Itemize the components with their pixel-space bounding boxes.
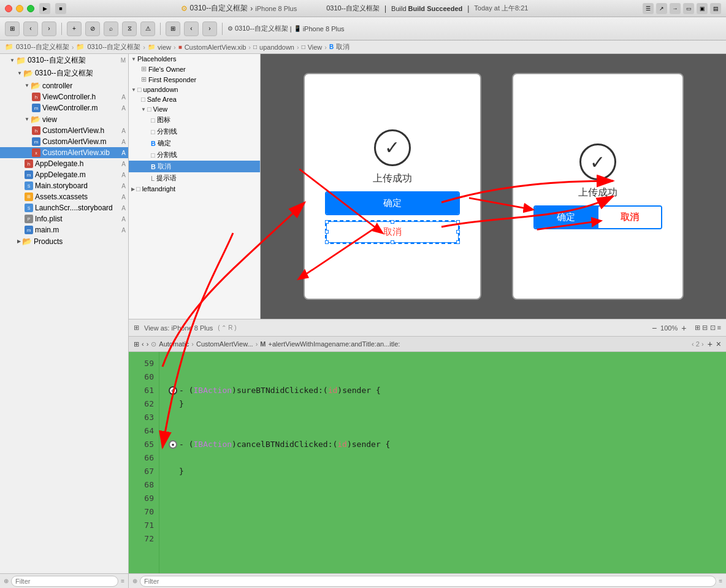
m-file-icon: m	[32, 137, 40, 146]
sidebar-item-controller[interactable]: ▼ 📂 controller	[0, 80, 128, 91]
filter-options-icon[interactable]: ≡	[121, 578, 124, 584]
ib-item-filesowner[interactable]: ⊞ File's Owner	[129, 64, 260, 74]
ib-item-placeholders[interactable]: ▼ Placeholders	[129, 54, 260, 64]
folder-icon: 📂	[22, 237, 32, 246]
automatic-label: Automatic	[159, 340, 189, 348]
canvas-bottom-bar: ⊞ View as: iPhone 8 Plus ( ⌃ R ) − 100% …	[129, 319, 726, 336]
ib-item-divider1[interactable]: □ 分割线	[129, 126, 260, 137]
sidebar-item-customalert-xib[interactable]: x CustomAlertView.xib A	[0, 147, 128, 158]
breadcrumb-item-1[interactable]: 0310--自定义框架	[16, 42, 69, 52]
minus-zoom-btn[interactable]: −	[652, 323, 657, 333]
cancel-btn-2[interactable]: 取消	[597, 207, 661, 228]
sidebar-item-assets[interactable]: ⊞ Assets.xcassets A	[0, 191, 128, 202]
h-file-icon: h	[25, 159, 33, 168]
sidebar-item-main-storyboard[interactable]: S Main.storyboard A	[0, 180, 128, 191]
editor-filter-input[interactable]	[140, 576, 716, 587]
sidebar-label: AppDelegate.h	[35, 159, 83, 168]
find-btn[interactable]: ⌕	[104, 21, 118, 36]
sidebar-item-info-plist[interactable]: P Info.plist A	[0, 213, 128, 224]
ib-item-cancel-btn[interactable]: B 取消	[129, 161, 260, 172]
titlebar-icons: ☰ ↗ → ▭ ▣ ▤	[643, 3, 721, 14]
breadcrumb-item-2[interactable]: 0310--自定义框架	[87, 42, 140, 52]
layout-grid-btn[interactable]: ⊞	[166, 21, 180, 36]
fullscreen-button[interactable]	[27, 5, 34, 12]
stop-button[interactable]: ■	[55, 3, 66, 14]
sidebar-item-launchscreen[interactable]: S LaunchScr....storyboard A	[0, 202, 128, 213]
gutter-65[interactable]: ●	[167, 440, 179, 449]
back-btn-editor[interactable]: ‹	[142, 340, 144, 348]
code-line-72	[167, 532, 719, 546]
assets-icon: ⊞	[25, 193, 33, 201]
ib-item-divider2[interactable]: □ 分割线	[129, 149, 260, 161]
sidebar-filter-input[interactable]	[11, 576, 118, 587]
badge: A	[121, 150, 126, 156]
breadcrumb-item-4[interactable]: CustomAlertView.xib	[185, 44, 246, 51]
sep2: ›	[256, 340, 258, 348]
sidebar-item-customalert-h[interactable]: h CustomAlertView.h A	[0, 125, 128, 136]
sidebar-item-main-m[interactable]: m main.m A	[0, 224, 128, 235]
grid-icon-area: ⊞	[134, 324, 139, 332]
bookmark-btn[interactable]: ⊘	[85, 21, 100, 36]
goto-icon[interactable]: →	[670, 3, 681, 14]
layout-icon[interactable]: ▭	[683, 3, 694, 14]
add-breakpoint-icon[interactable]: +	[169, 386, 177, 395]
ib-label: 取消	[158, 162, 171, 171]
breadcrumb-item-3[interactable]: view	[158, 44, 171, 51]
add-btn-editor[interactable]: +	[708, 339, 713, 349]
sidebar-item-view[interactable]: ▼ 📂 view	[0, 113, 128, 125]
warn-btn[interactable]: ⚠	[140, 21, 155, 36]
close-btn-editor[interactable]: ×	[716, 339, 721, 349]
code-text-68	[179, 478, 184, 492]
layout3-icon[interactable]: ▤	[710, 3, 721, 14]
ib-item-firstresponder[interactable]: ⊞ First Responder	[129, 74, 260, 85]
zoom-level: 100%	[660, 324, 678, 332]
layout2-icon[interactable]: ▣	[697, 3, 708, 14]
toolbar-back2[interactable]: ‹	[184, 21, 199, 36]
breadcrumb-item-6[interactable]: View	[308, 44, 323, 51]
ib-item-upanddown[interactable]: ▼ □ upanddown	[129, 85, 260, 94]
breadcrumb-item-5[interactable]: upanddown	[259, 44, 294, 51]
sidebar-label: Assets.xcassets	[35, 193, 88, 201]
confirm-button[interactable]: 确定 确定	[326, 193, 459, 214]
ib-item-view[interactable]: ▼ □ View	[129, 104, 260, 114]
add-btn[interactable]: +	[67, 21, 82, 36]
ib-item-icon[interactable]: □ 图标	[129, 114, 260, 126]
breakpoint-icon[interactable]: ●	[169, 440, 177, 449]
filter-icon-2: ⊕	[132, 578, 137, 584]
minimize-button[interactable]	[16, 5, 23, 12]
ib-item-safearea[interactable]: □ Safe Area	[129, 94, 260, 104]
fwd-btn-editor[interactable]: ›	[147, 340, 149, 348]
confirm-btn-2[interactable]: 确定	[535, 207, 597, 228]
sidebar-item-root[interactable]: ▼ 📁 0310--自定义框架 M	[0, 54, 128, 67]
line-num-66: 66	[129, 451, 154, 465]
sidebar-item-appdelegate-m[interactable]: m AppDelegate.m A	[0, 169, 128, 180]
grid-btn[interactable]: ⊞	[5, 21, 20, 36]
breadcrumb-item-7[interactable]: 取消	[336, 42, 350, 52]
run-button[interactable]: ▶	[39, 3, 50, 14]
back-btn[interactable]: ‹	[23, 21, 38, 36]
sidebar-item-products[interactable]: ▶ 📂 Products	[0, 235, 128, 247]
cancel-button[interactable]: 取消	[325, 220, 460, 244]
close-button[interactable]	[5, 5, 12, 12]
toolbar-fwd2[interactable]: ›	[202, 21, 217, 36]
share-icon[interactable]: ↗	[656, 3, 667, 14]
sidebar-item-viewcontroller-m[interactable]: m ViewController.m A	[0, 102, 128, 113]
xib-file-icon: x	[32, 148, 40, 157]
toggle-sidebar-icon[interactable]: ☰	[643, 3, 654, 14]
sidebar-label: CustomAlertView.m	[42, 137, 106, 146]
sidebar-item-appdelegate-h[interactable]: h AppDelegate.h A	[0, 158, 128, 169]
sidebar-item-viewcontroller-h[interactable]: h ViewController.h A	[0, 91, 128, 102]
sidebar-item-project[interactable]: ▼ 📂 0310--自定义框架	[0, 67, 128, 80]
forward-btn[interactable]: ›	[42, 21, 56, 36]
triangle-icon: ▶	[17, 239, 21, 244]
plus-zoom-btn[interactable]: +	[681, 323, 686, 333]
first-responder-icon: ⊞	[141, 75, 147, 83]
ib-item-confirm-btn[interactable]: B 确定	[129, 137, 260, 149]
grid-btn-editor[interactable]: ⊞	[134, 340, 139, 348]
gutter-61[interactable]: +	[167, 386, 179, 395]
sidebar-item-customalert-m[interactable]: m CustomAlertView.m A	[0, 136, 128, 147]
h-file-icon: h	[32, 93, 40, 101]
build-btn[interactable]: ⧖	[122, 21, 137, 36]
ib-item-leftandright[interactable]: ▶ □ leftandright	[129, 184, 260, 194]
ib-item-hint[interactable]: L 提示语	[129, 172, 260, 184]
